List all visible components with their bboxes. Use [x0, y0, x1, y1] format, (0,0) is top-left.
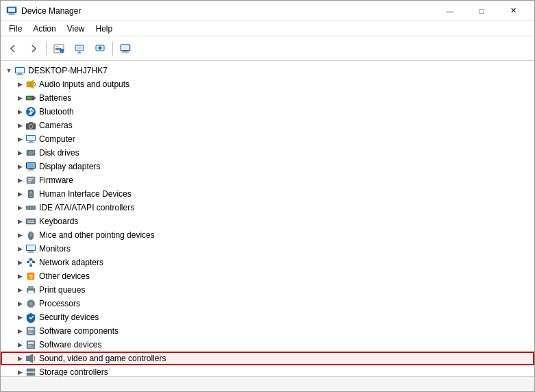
svg-rect-26: [34, 97, 36, 99]
tree-item-other[interactable]: ▶?Other devices: [1, 269, 534, 283]
window-title: Device Manager: [21, 6, 434, 16]
toggle-ide[interactable]: ▶: [14, 202, 25, 213]
tree-item-firmware[interactable]: ▶Firmware: [1, 173, 534, 187]
toggle-computer[interactable]: ▶: [14, 134, 25, 145]
label-other: Other devices: [39, 271, 90, 281]
menu-action[interactable]: Action: [27, 23, 61, 35]
menu-view[interactable]: View: [62, 23, 90, 35]
toggle-other[interactable]: ▶: [14, 271, 25, 282]
tree-view[interactable]: ▼ DESKTOP-MHJ7HK7 ▶Audio inputs and outp…: [1, 61, 534, 376]
update-driver-button[interactable]: [70, 40, 89, 58]
tree-root[interactable]: ▼ DESKTOP-MHJ7HK7: [1, 64, 534, 77]
tree-item-monitors[interactable]: ▶Monitors: [1, 242, 534, 256]
svg-rect-51: [29, 195, 32, 195]
tree-item-bluetooth[interactable]: ▶Bluetooth: [1, 105, 534, 119]
toggle-print[interactable]: ▶: [14, 284, 25, 295]
label-processors: Processors: [39, 299, 80, 308]
back-button[interactable]: [3, 40, 23, 58]
svg-rect-19: [18, 73, 22, 75]
tree-item-batteries[interactable]: ▶Batteries: [1, 91, 534, 105]
forward-button[interactable]: [24, 40, 43, 58]
tree-item-ide[interactable]: ▶IDE ATA/ATAPI controllers: [1, 201, 534, 215]
tree-item-keyboards[interactable]: ▶Keyboards: [1, 215, 534, 228]
toggle-audio[interactable]: ▶: [14, 79, 25, 90]
menu-file[interactable]: File: [3, 23, 27, 35]
toggle-hid[interactable]: ▶: [14, 188, 25, 199]
root-icon: [14, 65, 25, 76]
label-storage: Storage controllers: [39, 367, 108, 376]
maximize-button[interactable]: □: [466, 1, 497, 21]
tree-item-print[interactable]: ▶Print queues: [1, 283, 534, 297]
menu-help[interactable]: Help: [90, 23, 119, 35]
close-button[interactable]: ✕: [497, 1, 529, 21]
toggle-mice[interactable]: ▶: [14, 230, 25, 241]
tree-item-security[interactable]: ▶Security devices: [1, 310, 534, 324]
tree-item-software2[interactable]: ▶Software devices: [1, 338, 534, 352]
toggle-monitors[interactable]: ▶: [14, 243, 25, 254]
toggle-firmware[interactable]: ▶: [14, 175, 25, 186]
properties-button[interactable]: i: [49, 40, 69, 58]
svg-rect-72: [29, 258, 32, 260]
tree-item-computer[interactable]: ▶Computer: [1, 132, 534, 146]
tree-item-displayadapters[interactable]: ▶Display adapters: [1, 160, 534, 173]
tree-item-cameras[interactable]: ▶Cameras: [1, 119, 534, 132]
tree-item-processors[interactable]: ▶Processors: [1, 297, 534, 310]
storage-icon: [25, 367, 36, 376]
svg-point-65: [30, 234, 32, 236]
toolbar-sep-2: [112, 42, 113, 56]
tree-item-network[interactable]: ▶Network adapters: [1, 256, 534, 269]
svg-marker-22: [31, 80, 34, 88]
svg-rect-57: [26, 219, 36, 224]
tree-item-sound[interactable]: ▶Sound, video and game controllers: [1, 352, 534, 365]
label-diskdrives: Disk drives: [39, 148, 79, 158]
toggle-security[interactable]: ▶: [14, 312, 25, 323]
tree-item-hid[interactable]: ▶Human Interface Devices: [1, 187, 534, 201]
toggle-batteries[interactable]: ▶: [14, 93, 25, 103]
minimize-button[interactable]: —: [434, 1, 466, 21]
svg-rect-61: [34, 220, 34, 221]
svg-rect-101: [28, 333, 33, 334]
tree-item-diskdrives[interactable]: ▶Disk drives: [1, 146, 534, 160]
toggle-cameras[interactable]: ▶: [14, 120, 25, 131]
svg-rect-100: [28, 332, 32, 333]
toggle-software[interactable]: ▶: [14, 326, 25, 336]
label-sound: Sound, video and game controllers: [39, 354, 166, 363]
label-audio: Audio inputs and outputs: [39, 79, 129, 89]
toggle-bluetooth[interactable]: ▶: [14, 106, 25, 117]
root-toggle[interactable]: ▼: [3, 65, 14, 76]
toggle-diskdrives[interactable]: ▶: [14, 147, 25, 158]
toggle-keyboards[interactable]: ▶: [14, 216, 25, 227]
label-monitors: Monitors: [39, 244, 71, 254]
bluetooth-icon: [25, 106, 36, 117]
svg-rect-106: [26, 356, 29, 361]
svg-text:i: i: [61, 49, 62, 53]
tree-item-storage[interactable]: ▶Storage controllers: [1, 365, 534, 376]
toggle-network[interactable]: ▶: [14, 257, 25, 268]
svg-rect-11: [77, 47, 82, 49]
svg-marker-107: [29, 354, 33, 363]
toggle-processors[interactable]: ▶: [14, 298, 25, 309]
toggle-software2[interactable]: ▶: [14, 339, 25, 350]
svg-rect-43: [29, 169, 33, 170]
toggle-storage[interactable]: ▶: [14, 367, 25, 376]
tree-item-software[interactable]: ▶Software components: [1, 324, 534, 338]
toggle-sound[interactable]: ▶: [14, 353, 25, 364]
battery-icon: [25, 93, 36, 103]
scan-button[interactable]: [90, 40, 110, 58]
software-icon: [25, 339, 36, 350]
svg-point-39: [30, 152, 32, 154]
monitor-button[interactable]: [116, 40, 135, 58]
label-network: Network adapters: [39, 258, 103, 267]
svg-rect-16: [122, 51, 129, 52]
toggle-displayadapters[interactable]: ▶: [14, 161, 25, 172]
svg-rect-6: [55, 48, 61, 49]
svg-rect-35: [29, 141, 33, 143]
sound-icon: [25, 353, 36, 364]
svg-rect-5: [55, 47, 59, 47]
tree-item-audio[interactable]: ▶Audio inputs and outputs: [1, 77, 534, 91]
svg-rect-62: [27, 222, 34, 223]
svg-rect-55: [30, 207, 32, 209]
computer-icon: [25, 134, 36, 145]
svg-rect-14: [121, 45, 129, 50]
tree-item-mice[interactable]: ▶Mice and other pointing devices: [1, 228, 534, 242]
